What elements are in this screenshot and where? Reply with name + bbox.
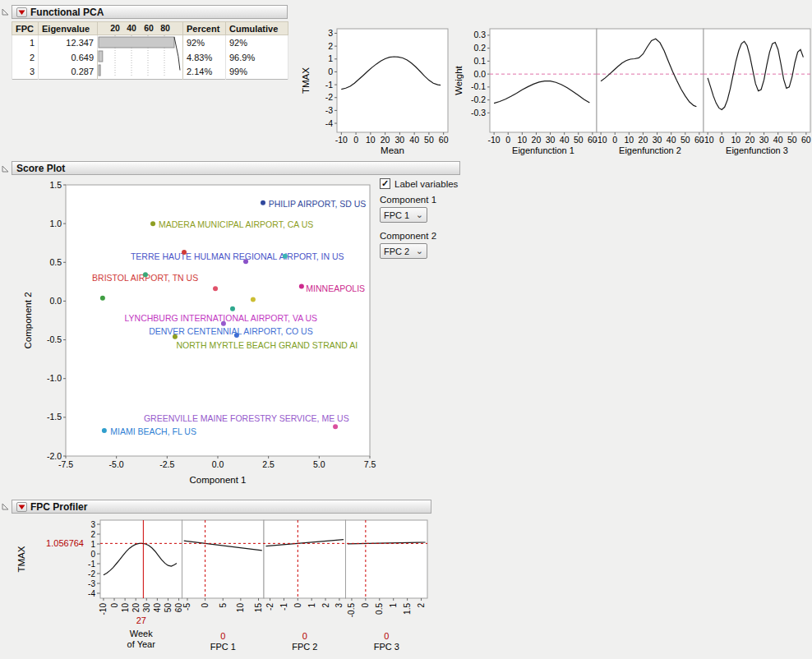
score-point[interactable]: [333, 424, 338, 429]
score-point-label: NORTH MYRTLE BEACH GRAND STRAND AI: [176, 340, 358, 350]
svg-text:30: 30: [142, 603, 151, 613]
fpca-section-header[interactable]: Functional PCA: [12, 5, 288, 19]
svg-text:0: 0: [505, 135, 510, 145]
svg-text:1: 1: [90, 540, 95, 549]
svg-text:10: 10: [624, 135, 634, 145]
component1-selected-value: FPC 1: [384, 210, 409, 220]
label-variables-label: Label variables: [394, 179, 458, 189]
svg-text:1.5: 1.5: [403, 603, 412, 615]
svg-text:1.056764: 1.056764: [46, 538, 84, 548]
svg-text:-0.5: -0.5: [347, 603, 356, 618]
svg-text:0.0: 0.0: [212, 459, 224, 469]
percent-cell: 92%: [183, 35, 226, 50]
svg-text:0: 0: [361, 603, 370, 608]
score-point[interactable]: [213, 286, 218, 291]
svg-text:-2: -2: [88, 569, 95, 578]
score-point[interactable]: [299, 284, 304, 289]
svg-text:-0.3: -0.3: [471, 108, 486, 118]
profiler-section-header[interactable]: FPC Profiler: [12, 500, 431, 514]
score-point[interactable]: [243, 259, 248, 264]
disclosure-triangle-score[interactable]: [2, 164, 10, 173]
svg-text:10: 10: [731, 135, 740, 145]
svg-text:-10: -10: [99, 603, 108, 615]
component1-label: Component 1: [380, 195, 487, 205]
svg-text:-1: -1: [279, 603, 288, 611]
svg-text:-0.2: -0.2: [471, 94, 486, 104]
col-header-bar-axis: 20 40 60 80: [98, 22, 183, 35]
col-header-cumulative: Cumulative: [226, 22, 288, 35]
svg-text:-10: -10: [595, 135, 607, 145]
svg-text:TMAX: TMAX: [301, 67, 311, 94]
svg-text:20: 20: [131, 603, 141, 613]
eigenvalue-table-header-row: FPC Eigenvalue 20 40 60 80 Percent Cumul…: [12, 22, 288, 35]
score-plot-section-header[interactable]: Score Plot: [12, 161, 460, 175]
svg-text:27: 27: [136, 615, 146, 625]
score-point-label: MADERA MUNICIPAL AIRPORT, CA US: [159, 219, 313, 229]
score-point-label: TERRE HAUTE HULMAN REGIONAL AIRPORT, IN …: [131, 251, 344, 261]
disclosure-triangle-profiler[interactable]: [2, 502, 10, 510]
component1-select[interactable]: FPC 1 ⌄: [380, 207, 427, 223]
svg-text:40: 40: [773, 135, 783, 145]
score-point[interactable]: [230, 306, 235, 311]
svg-text:-10: -10: [488, 135, 501, 145]
red-triangle-icon: [18, 504, 25, 510]
score-point[interactable]: [102, 428, 107, 433]
disclosure-triangle-fpca[interactable]: [2, 7, 10, 16]
score-plot-canvas[interactable]: 1.51.00.50.0-0.5-1.0-1.5-2.0-7.5-5.0-2.5…: [15, 176, 385, 492]
label-variables-control[interactable]: ✓ Label variables: [380, 178, 487, 189]
open-disclosure-icon: [2, 7, 10, 16]
component2-select[interactable]: FPC 2 ⌄: [380, 243, 427, 259]
svg-text:-0.1: -0.1: [471, 81, 486, 91]
score-point[interactable]: [182, 250, 187, 255]
svg-text:TMAX: TMAX: [16, 546, 26, 572]
chevron-down-icon: ⌄: [416, 212, 423, 218]
svg-text:7.5: 7.5: [364, 459, 376, 469]
svg-text:1: 1: [307, 603, 316, 608]
table-row[interactable]: 1 12.347 92% 92%: [12, 35, 288, 50]
svg-text:30: 30: [395, 135, 405, 145]
eigenvalue-cell: 12.347: [39, 35, 98, 50]
eigenfunction-plots: 0.30.20.10.0-0.1-0.2-0.3Weight-100102030…: [454, 20, 812, 158]
score-point[interactable]: [143, 272, 148, 277]
bar-axis-60: 60: [144, 23, 154, 33]
jmp-report-window: Functional PCA FPC Eigenvalue 20 40 60 8…: [0, 0, 812, 659]
svg-text:0.2: 0.2: [473, 43, 486, 53]
score-point-label: MINNEAPOLIS: [306, 283, 365, 293]
score-point[interactable]: [221, 321, 226, 326]
bar-axis-40: 40: [127, 23, 136, 33]
svg-text:2: 2: [417, 603, 426, 608]
red-triangle-menu-button[interactable]: [16, 7, 27, 17]
svg-text:2: 2: [321, 603, 330, 608]
score-point[interactable]: [150, 221, 155, 226]
score-point[interactable]: [251, 297, 256, 302]
svg-text:40: 40: [153, 603, 162, 613]
svg-text:Eigenfunction 1: Eigenfunction 1: [512, 145, 574, 155]
svg-text:20: 20: [381, 135, 390, 145]
score-plot-controls: ✓ Label variables Component 1 FPC 1 ⌄ Co…: [380, 178, 487, 267]
svg-text:50: 50: [424, 135, 434, 145]
svg-text:Mean: Mean: [381, 145, 404, 155]
svg-text:-3: -3: [88, 579, 95, 588]
score-point-label: PHILIP AIRPORT, SD US: [269, 199, 367, 209]
fpc-cell: 1: [12, 35, 39, 50]
checkmark-icon: ✓: [381, 179, 389, 188]
open-disclosure-icon: [2, 164, 10, 173]
red-triangle-menu-button[interactable]: [16, 502, 27, 512]
score-point[interactable]: [100, 296, 105, 301]
fpc-profiler-canvas[interactable]: 3210-1-2-3-4TMAX1.056764-100102030405060…: [12, 516, 439, 657]
score-point[interactable]: [283, 254, 288, 259]
score-point[interactable]: [173, 334, 178, 339]
fpc-cell: 3: [12, 65, 39, 80]
component2-selected-value: FPC 2: [384, 247, 409, 256]
svg-text:0: 0: [302, 631, 307, 641]
svg-text:3: 3: [334, 603, 344, 608]
score-point[interactable]: [261, 200, 265, 205]
label-variables-checkbox[interactable]: ✓: [380, 178, 390, 189]
svg-text:-1: -1: [88, 560, 95, 569]
score-point[interactable]: [234, 333, 239, 338]
svg-text:-1: -1: [325, 80, 333, 90]
svg-text:1: 1: [328, 53, 333, 63]
svg-text:10: 10: [236, 603, 245, 613]
svg-text:30: 30: [546, 135, 556, 145]
svg-text:-10: -10: [702, 135, 714, 145]
